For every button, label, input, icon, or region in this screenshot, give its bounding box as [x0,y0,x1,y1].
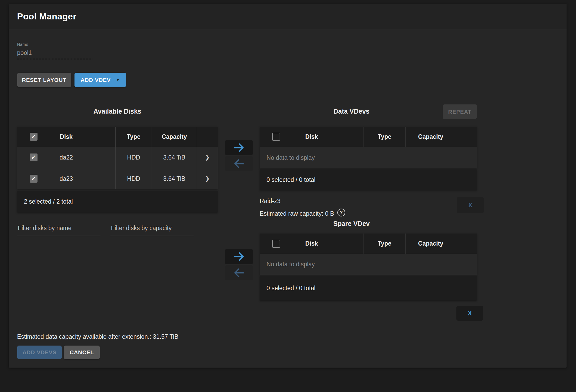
chevron-down-icon: ▼ [116,78,120,82]
data-vdev-layout-label: Raid-z3 [260,198,280,205]
arrow-right-icon [233,251,245,263]
column-header-actions [456,127,477,147]
spare-vdev-empty-message: No data to display [260,254,477,275]
filter-by-capacity-input[interactable] [110,224,194,236]
help-icon[interactable]: ? [337,209,345,216]
remove-spare-vdev-button[interactable]: X [456,306,483,321]
available-disks-summary: 2 selected / 2 total [17,191,218,212]
name-field-label: Name [17,42,28,47]
raw-capacity-label: Estimated raw capacity: 0 B [260,210,334,217]
remove-data-vdev-button[interactable]: X [457,197,484,213]
card-header: Pool Manager [9,4,567,29]
name-input[interactable] [17,49,90,56]
data-vdevs-title: Data VDevs [260,108,443,115]
select-all-data-vdev-checkbox[interactable] [272,133,280,141]
column-header-capacity: Capacity [405,127,456,147]
select-all-available-checkbox[interactable]: ✓ [30,133,38,141]
arrow-left-icon [233,267,245,279]
move-back-from-spare-vdev-button[interactable] [225,265,253,280]
spare-vdev-header-row: Disk Type Capacity [260,234,477,254]
spare-vdev-title: Spare VDev [260,220,443,227]
table-row[interactable]: ✓ da22 HDD 3.64 TiB ❯ [17,147,218,168]
row-expand-icon[interactable]: ❯ [197,147,218,168]
arrow-right-icon [233,142,245,154]
column-header-disk: Disk [305,133,318,140]
disk-capacity: 3.64 TiB [152,168,197,189]
disk-type: HDD [115,168,152,189]
row-checkbox[interactable]: ✓ [30,175,38,183]
data-vdevs-summary: 0 selected / 0 total [260,169,477,190]
available-disks-table: ✓ Disk Type Capacity ✓ da22 HDD 3.64 TiB… [17,127,218,189]
move-to-data-vdev-button[interactable] [225,140,253,155]
row-checkbox[interactable]: ✓ [30,153,38,161]
reset-layout-button[interactable]: RESET LAYOUT [17,73,71,87]
row-expand-icon[interactable]: ❯ [197,168,218,189]
spare-vdev-table: Disk Type Capacity No data to display [260,234,477,275]
name-input-underline [17,59,93,59]
column-header-actions [197,127,218,147]
page-title: Pool Manager [17,11,77,22]
select-all-spare-vdev-checkbox[interactable] [272,240,280,248]
column-header-capacity: Capacity [152,127,197,147]
available-disks-title: Available Disks [17,108,218,115]
cancel-button[interactable]: CANCEL [64,346,100,359]
repeat-button[interactable]: REPEAT [443,104,477,119]
raw-capacity-text: Estimated raw capacity: 0 B? [260,209,345,217]
column-header-type: Type [364,234,405,254]
disk-capacity: 3.64 TiB [152,147,197,168]
data-vdevs-empty-message: No data to display [260,147,477,168]
disk-name: da23 [60,175,73,182]
pool-manager-screen: Pool Manager Name RESET LAYOUT ADD VDEV … [0,0,576,392]
disk-name: da22 [60,154,73,161]
column-header-type: Type [115,127,152,147]
available-disks-header-row: ✓ Disk Type Capacity [17,127,218,147]
filter-by-name-input[interactable] [17,224,100,236]
column-header-disk: Disk [60,133,73,140]
column-header-capacity: Capacity [405,234,456,254]
add-vdev-button[interactable]: ADD VDEV ▼ [74,73,126,87]
move-back-from-data-vdev-button[interactable] [225,156,253,171]
add-vdev-label: ADD VDEV [81,77,111,83]
add-vdevs-button[interactable]: ADD VDEVS [17,346,62,359]
move-to-spare-vdev-button[interactable] [225,249,253,264]
column-header-actions [456,234,477,254]
data-vdevs-header-row: Disk Type Capacity [260,127,477,147]
capacity-estimate-text: Estimated data capacity available after … [17,333,178,340]
data-vdevs-table: Disk Type Capacity No data to display [260,127,477,168]
table-row[interactable]: ✓ da23 HDD 3.64 TiB ❯ [17,168,218,189]
disk-type: HDD [115,147,152,168]
arrow-left-icon [233,158,245,170]
column-header-disk: Disk [305,240,318,247]
spare-vdev-summary: 0 selected / 0 total [260,276,477,300]
column-header-type: Type [364,127,405,147]
